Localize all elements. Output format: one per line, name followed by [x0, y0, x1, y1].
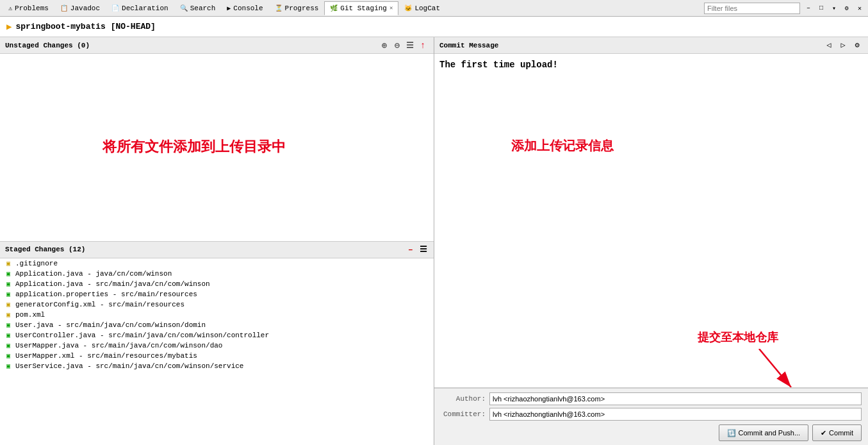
- commit-msg-icons: ◁ ▷ ⚙: [823, 40, 863, 51]
- file-icon: ▣: [4, 341, 13, 350]
- toolbar-icon-2[interactable]: □: [815, 3, 827, 14]
- filter-area: – □ ▾ ⚙ ✕: [704, 3, 865, 14]
- file-name: Application.java - src/main/java/cn/com/…: [15, 280, 210, 288]
- file-icon: ▣: [4, 280, 13, 289]
- file-name: application.properties - src/main/resour…: [15, 290, 197, 298]
- staged-list-item[interactable]: ▣generatorConfig.xml - src/main/resource…: [0, 299, 434, 310]
- file-name: UserService.java - src/main/java/cn/com/…: [15, 362, 243, 370]
- file-icon: ▣: [4, 290, 13, 299]
- unstaged-header: Unstaged Changes (0) ⊕ ⊖ ☰ ↑: [0, 37, 434, 54]
- javadoc-icon: 📋: [60, 4, 68, 12]
- staged-actions: – ☰: [405, 244, 429, 255]
- tab-progress[interactable]: ⏳ Progress: [269, 1, 325, 15]
- file-name: UserMapper.xml - src/main/resources/myba…: [15, 352, 197, 360]
- file-icon: ▣: [4, 362, 13, 371]
- commit-msg-text: The first time upload!: [439, 59, 863, 72]
- toolbar-icon-1[interactable]: –: [803, 3, 814, 14]
- staged-list-item[interactable]: ▣.gitignore: [0, 258, 434, 269]
- file-icon: ▣: [4, 321, 13, 330]
- tab-console[interactable]: ▶ Console: [221, 1, 268, 15]
- file-name: Application.java - java/cn/com/winson: [15, 270, 172, 278]
- file-icon: ▣: [4, 351, 13, 360]
- project-title: springboot-mybatis [NO-HEAD]: [15, 22, 155, 31]
- problems-icon: ⚠: [8, 4, 12, 12]
- staged-list-item[interactable]: ▣application.properties - src/main/resou…: [0, 289, 434, 299]
- tab-bar: ⚠ Problems 📋 Javadoc 📄 Declaration 🔍 Sea…: [0, 0, 868, 17]
- unstaged-actions: ⊕ ⊖ ☰ ↑: [379, 40, 429, 51]
- staged-list-item[interactable]: ▣UserController.java - src/main/java/cn/…: [0, 330, 434, 340]
- tab-problems[interactable]: ⚠ Problems: [3, 1, 54, 15]
- file-name: pom.xml: [15, 311, 45, 319]
- committer-row: Committer:: [441, 408, 862, 421]
- commit-msg-icon-2[interactable]: ▷: [837, 40, 849, 51]
- red-arrow-cursor: ↑: [417, 40, 429, 51]
- committer-label: Committer:: [441, 410, 486, 418]
- filter-input[interactable]: [704, 3, 800, 14]
- tab-logcat-label: LogCat: [414, 4, 440, 12]
- staged-list-item[interactable]: ▣User.java - src/main/java/cn/com/winson…: [0, 320, 434, 330]
- staged-remove-icon[interactable]: –: [405, 244, 416, 255]
- staged-menu-icon[interactable]: ☰: [418, 244, 429, 255]
- toolbar-icon-4[interactable]: ⚙: [841, 3, 853, 14]
- tab-problems-label: Problems: [15, 4, 49, 12]
- svg-line-1: [759, 349, 791, 387]
- commit-push-label: Commit and Push...: [739, 429, 801, 437]
- commit-button[interactable]: ✔ Commit: [812, 424, 862, 441]
- project-arrow-icon[interactable]: ▶: [6, 21, 12, 32]
- git-staging-icon: 🌿: [330, 4, 338, 12]
- logcat-icon: 🐱: [404, 4, 412, 12]
- author-row: Author:: [441, 392, 862, 405]
- tab-javadoc[interactable]: 📋 Javadoc: [54, 1, 106, 15]
- staged-list-item[interactable]: ▣Application.java - src/main/java/cn/com…: [0, 279, 434, 289]
- file-icon: ▣: [4, 269, 13, 278]
- committer-input[interactable]: [489, 408, 862, 421]
- commit-icon: ✔: [821, 429, 826, 437]
- progress-icon: ⏳: [275, 4, 283, 12]
- down-arrow-svg: [753, 349, 804, 388]
- staged-list-item[interactable]: ▣UserMapper.java - src/main/java/cn/com/…: [0, 340, 434, 351]
- file-icon: ▣: [4, 300, 13, 309]
- file-icon: ▣: [4, 310, 13, 319]
- staged-list[interactable]: ▣.gitignore▣Application.java - java/cn/c…: [0, 258, 434, 446]
- search-tab-icon: 🔍: [180, 4, 188, 12]
- unstaged-title: Unstaged Changes (0): [5, 42, 379, 49]
- file-name: generatorConfig.xml - src/main/resources: [15, 301, 184, 308]
- author-input[interactable]: [489, 392, 862, 405]
- commit-msg-icon-1[interactable]: ◁: [823, 40, 835, 51]
- staged-list-item[interactable]: ▣UserMapper.xml - src/main/resources/myb…: [0, 351, 434, 361]
- commit-msg-body[interactable]: The first time upload! 添加上传记录信息 提交至本地仓库: [434, 54, 868, 388]
- staged-list-item[interactable]: ▣Application.java - java/cn/com/winson: [0, 269, 434, 279]
- author-label: Author:: [441, 395, 486, 403]
- tab-close-icon[interactable]: ✕: [389, 4, 393, 12]
- unstaged-menu-icon[interactable]: ☰: [404, 40, 416, 51]
- main-layout: Unstaged Changes (0) ⊕ ⊖ ☰ ↑ 将所有文件添加到上传目…: [0, 37, 868, 445]
- tab-git-staging-label: Git Staging: [340, 4, 387, 12]
- toolbar-icon-5[interactable]: ✕: [854, 3, 865, 14]
- tab-javadoc-label: Javadoc: [70, 4, 100, 12]
- file-icon: ▣: [4, 259, 13, 268]
- unstaged-add-all-icon[interactable]: ⊕: [379, 40, 390, 51]
- commit-annotation-text: 提交至本地仓库: [698, 330, 778, 345]
- tab-declaration-label: Declaration: [122, 4, 168, 12]
- file-name: UserMapper.java - src/main/java/cn/com/w…: [15, 342, 222, 349]
- staged-list-item[interactable]: ▣UserService.java - src/main/java/cn/com…: [0, 361, 434, 371]
- toolbar-icon-3[interactable]: ▾: [828, 3, 840, 14]
- staged-list-item[interactable]: ▣pom.xml: [0, 310, 434, 320]
- commit-label: Commit: [829, 429, 853, 437]
- tab-logcat[interactable]: 🐱 LogCat: [398, 1, 446, 15]
- commit-and-push-button[interactable]: 🔃 Commit and Push...: [719, 424, 809, 441]
- commit-annotation: 添加上传记录信息: [511, 137, 614, 155]
- commit-buttons: 🔃 Commit and Push... ✔ Commit: [441, 424, 862, 441]
- tab-git-staging[interactable]: 🌿 Git Staging ✕: [324, 1, 398, 15]
- file-icon: ▣: [4, 331, 13, 340]
- commit-msg-icon-3[interactable]: ⚙: [851, 40, 863, 51]
- commit-push-icon: 🔃: [727, 429, 736, 437]
- tab-search[interactable]: 🔍 Search: [174, 1, 222, 15]
- unstaged-area: 将所有文件添加到上传目录中: [0, 54, 434, 242]
- tab-declaration[interactable]: 📄 Declaration: [106, 1, 174, 15]
- unstaged-remove-icon[interactable]: ⊖: [391, 40, 403, 51]
- unstaged-annotation: 将所有文件添加到上传目录中: [102, 137, 286, 156]
- staged-title: Staged Changes (12): [5, 246, 405, 253]
- tab-console-label: Console: [233, 4, 263, 12]
- left-panel: Unstaged Changes (0) ⊕ ⊖ ☰ ↑ 将所有文件添加到上传目…: [0, 37, 434, 445]
